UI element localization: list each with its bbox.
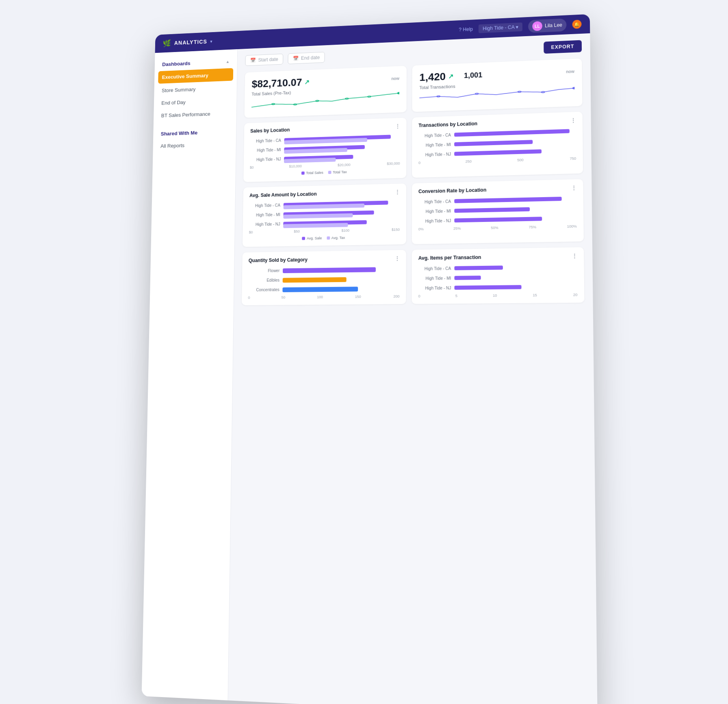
bar-container-items-mi xyxy=(454,274,577,281)
app-logo: 🌿 ANALYTICS ▾ xyxy=(162,37,212,48)
legend-total-tax: Total Tax xyxy=(328,170,347,174)
chart-menu-quantity[interactable]: ⋮ xyxy=(395,256,400,261)
bar-container-nj xyxy=(284,153,400,162)
chart-axis-conversion: 0% 25% 50% 75% 100% xyxy=(418,224,577,231)
bar-txn-ca xyxy=(454,129,570,137)
dashboards-chevron: ▲ xyxy=(226,59,230,64)
bar-row-items-mi: High Tide - MI xyxy=(418,274,577,281)
bar-container-txn-mi xyxy=(454,138,576,147)
logo-icon: 🌿 xyxy=(162,39,171,48)
legend-dot-avg-sale xyxy=(302,237,305,240)
analytics-chevron: ▾ xyxy=(210,39,212,43)
bar-container-edibles xyxy=(283,276,400,282)
main-layout: Dashboards ▲ Executive Summary Store Sum… xyxy=(142,33,598,704)
bar-label-edibles: Edibles xyxy=(248,278,280,282)
bar-flower xyxy=(283,267,376,273)
bar-label-txn-nj: High Tide - NJ xyxy=(418,152,451,157)
bar-edibles xyxy=(283,277,347,283)
bar-row-avg-nj: High Tide - NJ xyxy=(249,219,400,227)
bar-row-nj: High Tide - NJ xyxy=(250,153,400,163)
bar-label-conv-nj: High Tide - NJ xyxy=(418,218,451,223)
bar-row-flower: Flower xyxy=(248,266,399,274)
calendar-icon: 📅 xyxy=(250,58,256,63)
chart-title-quantity: ⋮ Quantity Sold by Category xyxy=(249,256,400,263)
bar-container-mi xyxy=(284,143,400,152)
bar-row-items-nj: High Tide - NJ xyxy=(418,284,578,291)
end-date-label: End date xyxy=(301,55,320,61)
charts-row-2: ⋮ Avg. Sale Amount by Location High Tide… xyxy=(243,179,584,247)
bar-label-conv-ca: High Tide - CA xyxy=(418,199,451,204)
bar-avg-nj-sec xyxy=(283,223,348,228)
bar-row-txn-ca: High Tide - CA xyxy=(418,128,576,139)
chart-title-conversion: ⋮ Conversion Rate by Location xyxy=(418,185,576,194)
bar-chart-transactions: High Tide - CA High Tide - MI xyxy=(418,128,576,158)
bar-label-avg-nj: High Tide - NJ xyxy=(249,222,280,226)
bar-txn-mi xyxy=(454,140,533,146)
calendar-end-icon: 📅 xyxy=(293,56,299,61)
chart-quantity-by-category: ⋮ Quantity Sold by Category Flower Edibl… xyxy=(242,250,406,305)
bar-conv-ca xyxy=(454,197,561,203)
bar-row-avg-ca: High Tide - CA xyxy=(249,200,400,209)
chart-menu-sales[interactable]: ⋮ xyxy=(395,124,400,129)
chart-menu-avg-items[interactable]: ⋮ xyxy=(572,253,577,259)
kpi-now-label2: now xyxy=(566,69,574,74)
end-date-input[interactable]: 📅 End date xyxy=(288,52,325,64)
sidebar-item-bt-sales[interactable]: BT Sales Performance xyxy=(154,106,236,122)
bar-container-ca xyxy=(284,134,400,143)
location-selector[interactable]: High Tide - CA ▾ xyxy=(479,22,522,33)
bar-container-txn-ca xyxy=(454,128,576,137)
nav-right: ? Help High Tide - CA ▾ LL Lila Lee 🔔 xyxy=(459,18,581,36)
bar-row-txn-nj: High Tide - NJ xyxy=(418,148,576,158)
bar-label-nj: High Tide - NJ xyxy=(250,157,281,162)
bar-txn-nj xyxy=(454,149,542,156)
bar-row-concentrates: Concentrates xyxy=(248,285,400,292)
bar-items-mi xyxy=(454,276,481,280)
start-date-label: Start date xyxy=(258,56,278,63)
bar-label-items-nj: High Tide - NJ xyxy=(418,285,451,290)
bar-row-ca: High Tide - CA xyxy=(250,134,400,144)
chart-title-transactions-location: ⋮ Transactions by Location xyxy=(418,117,576,128)
bar-container-txn-nj xyxy=(454,148,576,157)
bar-label-txn-ca: High Tide - CA xyxy=(418,133,451,138)
help-link[interactable]: ? Help xyxy=(459,26,473,33)
bar-label-avg-mi: High Tide - MI xyxy=(249,212,280,217)
bar-container-avg-ca xyxy=(284,200,400,208)
bar-chart-avg-sale: High Tide - CA High Tide - MI xyxy=(249,200,400,227)
chart-menu-conversion[interactable]: ⋮ xyxy=(571,185,576,191)
chart-menu-transactions[interactable]: ⋮ xyxy=(571,117,576,123)
user-menu[interactable]: LL Lila Lee xyxy=(528,18,566,33)
chart-axis-quantity: 0 50 100 150 200 xyxy=(248,294,399,300)
bar-container-items-ca xyxy=(454,264,577,271)
bar-label-conv-mi: High Tide - MI xyxy=(418,209,451,214)
bar-row-items-ca: High Tide - CA xyxy=(418,264,577,272)
sidebar-item-executive-summary[interactable]: Executive Summary xyxy=(158,68,233,84)
bar-chart-conversion: High Tide - CA High Tide - MI xyxy=(418,196,577,224)
chart-axis-sales: $0 $10,000 $20,000 $30,000 xyxy=(250,161,400,169)
legend-dot-sales xyxy=(301,172,305,175)
sidebar-all-reports[interactable]: All Reports xyxy=(153,137,236,153)
bar-container-conv-nj xyxy=(454,215,576,223)
transactions-trend-icon: ↗ xyxy=(448,72,453,80)
bar-row-edibles: Edibles xyxy=(248,276,400,283)
app-title: ANALYTICS xyxy=(174,39,207,46)
chart-menu-avg-sale[interactable]: ⋮ xyxy=(395,189,400,195)
chart-legend-sales: Total Sales Total Tax xyxy=(250,169,400,177)
export-button[interactable]: EXPORT xyxy=(544,40,582,54)
bar-items-ca xyxy=(454,265,503,270)
dashboards-label: Dashboards xyxy=(162,61,190,67)
bar-label-concentrates: Concentrates xyxy=(248,287,280,292)
chart-conversion-rate: ⋮ Conversion Rate by Location High Tide … xyxy=(412,179,584,244)
bar-label-avg-ca: High Tide - CA xyxy=(249,203,281,208)
bar-label-items-mi: High Tide - MI xyxy=(418,276,451,280)
notification-bell[interactable]: 🔔 xyxy=(572,20,582,29)
bar-container-conv-ca xyxy=(454,196,576,204)
bar-container-conv-mi xyxy=(454,205,576,213)
start-date-input[interactable]: 📅 Start date xyxy=(245,54,283,66)
legend-total-sales: Total Sales xyxy=(301,171,323,175)
bar-chart-quantity: Flower Edibles Concentrate xyxy=(248,266,400,293)
chart-legend-avg-sale: Avg. Sale Avg. Tax xyxy=(249,235,399,241)
chart-avg-items: ⋮ Avg. Items per Transaction High Tide -… xyxy=(412,247,584,304)
legend-dot-tax xyxy=(328,171,332,174)
bar-row-conv-mi: High Tide - MI xyxy=(418,205,577,214)
content-area: 📅 Start date 📅 End date EXPORT $82,710.0… xyxy=(228,33,597,704)
